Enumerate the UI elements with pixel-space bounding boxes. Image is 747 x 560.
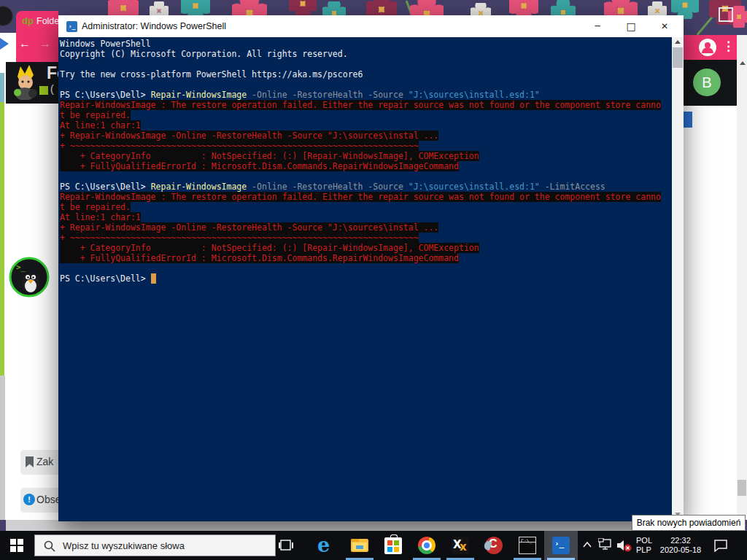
console-line: PS C:\Users\Dell> Repair-WindowsImage -O… — [60, 90, 672, 100]
console-line: Repair-WindowsImage : The restore operat… — [60, 100, 672, 110]
browser-content-right — [684, 106, 737, 520]
console-line: + CategoryInfo : NotSpecified: (:) [Repa… — [60, 243, 672, 253]
cmd-icon: C:\_ — [519, 537, 536, 554]
console-scrollbar-thumb[interactable] — [673, 47, 683, 68]
console-line: Windows PowerShell — [60, 39, 672, 49]
console-line: + Repair-WindowsImage -Online -RestoreHe… — [60, 222, 672, 233]
console-line — [60, 79, 672, 90]
console-line — [60, 263, 672, 273]
console-line: + Repair-WindowsImage -Online -RestoreHe… — [60, 131, 672, 141]
dp-logo: dp — [22, 15, 34, 26]
taskbar-cmd[interactable]: C:\_ — [511, 531, 544, 560]
desktop-shortcut-icon[interactable] — [0, 6, 13, 26]
minimize-button[interactable]: ─ — [585, 15, 610, 37]
bookmarks-button[interactable]: Zak — [20, 450, 58, 475]
console-line: t be repaired. — [60, 202, 672, 212]
tab-title: Folde — [36, 16, 58, 26]
taskbar-x-app[interactable]: X x — [444, 531, 477, 560]
start-button[interactable] — [10, 539, 23, 552]
x-app-icon: X x — [452, 537, 469, 554]
console-line — [60, 171, 672, 182]
thread-title: Fo — [47, 63, 58, 83]
notification-tooltip: Brak nowych powiadomień — [632, 515, 746, 531]
observed-badge-icon: ! — [23, 494, 35, 505]
clock[interactable]: 22:32 2020-05-18 — [659, 531, 702, 560]
user-avatar-b[interactable]: B — [693, 69, 721, 96]
tray-overflow-chevron[interactable] — [582, 541, 592, 548]
console-line: Copyright (C) Microsoft Corporation. All… — [60, 49, 672, 59]
taskbar-chrome[interactable] — [410, 531, 444, 560]
network-icon[interactable] — [598, 538, 614, 553]
forward-arrow-icon[interactable]: → — [39, 37, 51, 50]
powershell-titlebar[interactable]: ›_ Administrator: Windows PowerShell ─ □… — [58, 15, 684, 37]
console-output[interactable]: Windows PowerShellCopyright (C) Microsof… — [58, 37, 672, 521]
bookmark-icon — [25, 456, 34, 468]
scroll-up-icon[interactable] — [675, 40, 681, 44]
console-line: + FullyQualifiedErrorId : Microsoft.Dism… — [60, 161, 672, 171]
observed-label: Obse — [36, 494, 58, 505]
console-line: t be repaired. — [60, 110, 672, 120]
task-view-icon[interactable] — [279, 539, 293, 552]
category-color-square — [39, 86, 48, 95]
clock-time: 22:32 — [659, 536, 702, 545]
search-placeholder: Wpisz tu wyszukiwane słowa — [63, 540, 185, 551]
browser-bottom-edge — [6, 520, 737, 531]
console-line: PS C:\Users\Dell> Repair-WindowsImage -O… — [60, 182, 672, 192]
maximize-button[interactable]: □ — [619, 15, 643, 37]
console-line: + ~~~~~~~~~~~~~~~~~~~~~~~~~~~~~~~~~~~~~~… — [60, 233, 672, 243]
console-scrollbar[interactable] — [672, 37, 684, 521]
background-green-strip — [0, 102, 4, 376]
clock-date: 2020-05-18 — [659, 545, 702, 555]
taskbar-store[interactable] — [376, 531, 410, 560]
background-teal-strip — [0, 73, 4, 102]
menu-dots-icon[interactable]: ⋮ — [722, 39, 735, 54]
console-line: Repair-WindowsImage : The restore operat… — [60, 192, 672, 202]
browser-header-right: ⋮ — [684, 35, 737, 60]
scroll-up-icon[interactable] — [740, 61, 746, 65]
taskbar-edge[interactable]: e — [309, 531, 343, 560]
tux-avatar[interactable]: >_ — [9, 257, 50, 298]
volume-muted-icon[interactable] — [616, 538, 632, 553]
account-icon[interactable] — [699, 39, 716, 56]
console-line: PS C:\Users\Dell> — [60, 273, 672, 284]
console-line: + ~~~~~~~~~~~~~~~~~~~~~~~~~~~~~~~~~~~~~~… — [60, 141, 672, 151]
close-button[interactable]: ✕ — [652, 15, 677, 37]
taskbar: Wpisz tu wyszukiwane słowa e — [0, 531, 747, 560]
console-line: At line:1 char:1 — [60, 120, 672, 131]
console-line: + CategoryInfo : NotSpecified: (:) [Repa… — [60, 151, 672, 161]
bookmarks-label: Zak — [36, 456, 53, 467]
forum-banner-right: B — [684, 60, 737, 106]
console-line: At line:1 char:1 — [60, 212, 672, 222]
language-line1: POL — [636, 536, 661, 545]
search-input[interactable]: Wpisz tu wyszukiwane słowa — [34, 534, 276, 556]
scrollbar-thumb[interactable] — [738, 480, 746, 496]
background-gray-strip — [0, 376, 5, 520]
console-line: Try the new cross-platform PowerShell ht… — [60, 69, 672, 79]
forum-avatar[interactable] — [9, 63, 41, 100]
store-icon — [384, 537, 402, 554]
language-line2: PLP — [636, 545, 661, 555]
taskbar-file-explorer[interactable] — [343, 531, 376, 560]
window-title: Administrator: Windows PowerShell — [82, 21, 226, 31]
observed-button[interactable]: ! Obse — [20, 488, 58, 513]
edge-icon: e — [317, 537, 335, 554]
search-icon — [44, 540, 55, 552]
powershell-icon: ›_ — [552, 537, 570, 554]
browser-blue-fragment — [684, 112, 692, 128]
thread-subtitle-fragment: ( — [50, 83, 54, 95]
action-center-icon[interactable] — [713, 539, 728, 552]
language-indicator[interactable]: POL PLP — [636, 531, 661, 560]
console-line — [60, 59, 672, 69]
chrome-icon — [418, 537, 436, 554]
console-line: + FullyQualifiedErrorId : Microsoft.Dism… — [60, 253, 672, 263]
browser-scrollbar[interactable] — [737, 35, 747, 520]
powershell-window: ›_ Administrator: Windows PowerShell ─ □… — [58, 15, 684, 521]
browser-tab[interactable]: dp Folde ← → — [16, 11, 58, 62]
file-explorer-icon — [351, 537, 368, 554]
back-arrow-icon[interactable]: ← — [19, 37, 31, 50]
wallpaper-square-outline — [719, 7, 733, 22]
taskbar-ccleaner[interactable]: C — [477, 531, 511, 560]
powershell-icon: ›_ — [66, 21, 77, 32]
forum-header-banner: Fo ( — [6, 62, 58, 104]
taskbar-powershell-active[interactable]: ›_ — [544, 531, 578, 560]
